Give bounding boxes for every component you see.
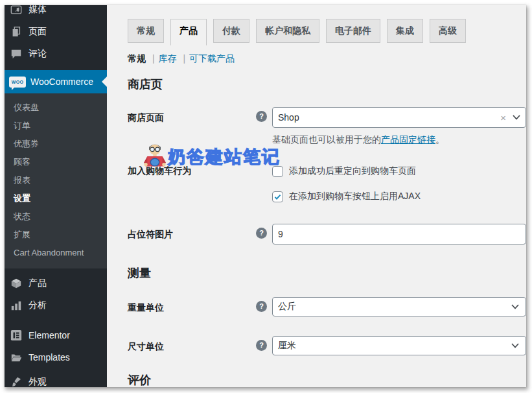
shop-pages-heading: 商店页 [128,77,526,91]
sidebar-item-label: 评论 [29,48,47,60]
submenu-item-reports[interactable]: 报表 [5,171,107,189]
woocommerce-submenu: 仪表盘 订单 优惠券 顾客 报表 设置 状态 扩展 Cart Abandonme… [5,93,107,268]
products-icon [10,277,23,290]
sidebar-item-products[interactable]: 产品 [5,272,107,294]
subnav-inventory-link[interactable]: 库存 [159,53,177,64]
ajax-checkbox[interactable] [272,191,283,202]
submenu-item-cart-abandonment[interactable]: Cart Abandonment [5,244,107,262]
add-to-cart-label: 加入购物车行为 [128,164,256,176]
chevron-down-icon [513,115,520,120]
comments-icon [10,47,23,60]
sidebar-item-pages[interactable]: 页面 [5,21,107,43]
weight-unit-label: 重量单位 [128,297,256,313]
help-icon[interactable]: ? [256,111,267,122]
weight-unit-value: 公斤 [278,301,511,313]
products-subnav: 常规 |库存 |可下载产品 [128,53,526,65]
tab-payments[interactable]: 付款 [213,19,249,43]
redirect-checkbox-label: 添加成功后重定向到购物车页面 [289,165,416,177]
sidebar-item-elementor[interactable]: Elementor [5,324,107,346]
shop-page-description: 基础页面也可以被用于您的产品固定链接。 [272,134,526,146]
tab-advanced[interactable]: 高级 [430,19,466,43]
ajax-checkbox-row: 在添加到购物车按钮上启用AJAX [272,191,526,202]
settings-content: 奶爸建站笔记 常规 产品 付款 帐户和隐私 电子邮件 集成 高级 常规 |库存 … [107,5,526,387]
submenu-item-extensions[interactable]: 扩展 [5,226,107,244]
sidebar-item-label: 媒体 [29,5,47,16]
help-icon[interactable]: ? [256,228,267,239]
ajax-checkbox-label: 在添加到购物车按钮上启用AJAX [289,191,421,202]
chevron-down-icon [511,304,519,309]
woocommerce-icon: WOO [9,77,26,88]
shop-page-select[interactable]: Shop × [272,107,526,128]
product-permalink-link[interactable]: 产品固定链接 [381,134,435,145]
sidebar-item-comments[interactable]: 评论 [5,43,107,65]
weight-unit-select[interactable]: 公斤 [272,297,526,316]
sidebar-item-label: 分析 [29,300,47,311]
placeholder-image-input[interactable] [272,224,526,244]
redirect-checkbox-row: 添加成功后重定向到购物车页面 [272,165,526,177]
add-to-cart-row: 加入购物车行为 添加成功后重定向到购物车页面 在添加到购物车按钮上启用AJAX [128,164,526,202]
analytics-icon [10,299,23,312]
description-text: 。 [435,134,445,145]
reviews-heading: 评价 [128,373,526,387]
tab-accounts-privacy[interactable]: 帐户和隐私 [256,19,319,43]
subnav-separator: | [152,53,155,64]
placeholder-image-label: 占位符图片 [128,224,256,240]
sidebar-item-woocommerce[interactable]: WOO WooCommerce [5,70,107,93]
submenu-item-dashboard[interactable]: 仪表盘 [5,99,107,117]
sidebar-item-label: Templates [29,352,70,363]
shop-page-label: 商店页面 [128,107,256,123]
weight-unit-row: 重量单位 ? 公斤 [128,297,526,316]
measurements-heading: 测量 [128,266,526,280]
subnav-separator: | [183,53,185,64]
help-icon[interactable]: ? [256,340,267,351]
check-icon [273,193,282,201]
admin-window: 媒体 页面 评论 WOO WooCommerce 仪表盘 订单 优惠券 顾客 报… [5,5,526,387]
tab-products[interactable]: 产品 [170,19,207,45]
chevron-down-icon [511,343,519,348]
pages-icon [10,25,23,38]
admin-sidebar: 媒体 页面 评论 WOO WooCommerce 仪表盘 订单 优惠券 顾客 报… [5,5,107,387]
sidebar-item-appearance[interactable]: 外观 [5,371,107,387]
dimension-unit-select[interactable]: 厘米 [272,336,526,355]
tab-integration[interactable]: 集成 [387,19,423,43]
dimension-unit-value: 厘米 [278,340,511,351]
shop-page-row: 商店页面 ? Shop × 基础页面也可以被用于您的产品固定链接。 [128,107,526,146]
shop-page-select-value: Shop [278,112,500,123]
placeholder-image-row: 占位符图片 ? [128,224,526,244]
sidebar-item-analytics[interactable]: 分析 [5,294,107,316]
sidebar-item-label: 页面 [29,26,47,38]
elementor-icon [10,329,23,342]
sidebar-item-label: Elementor [29,330,70,340]
subnav-general: 常规 [128,53,146,64]
templates-icon [10,351,23,364]
sidebar-item-templates[interactable]: Templates [5,346,107,368]
dimension-unit-row: 尺寸单位 ? 厘米 [128,336,526,355]
clear-selection-icon[interactable]: × [500,112,506,123]
submenu-item-settings[interactable]: 设置 [5,189,107,208]
sidebar-item-label: 外观 [29,376,47,387]
submenu-item-customers[interactable]: 顾客 [5,153,107,171]
help-icon[interactable]: ? [256,301,267,312]
sidebar-item-label: 产品 [29,278,47,289]
description-text: 基础页面也可以被用于您的 [272,134,381,145]
media-icon [10,5,23,16]
appearance-icon [10,375,23,387]
tab-emails[interactable]: 电子邮件 [326,19,380,43]
sidebar-item-label: WooCommerce [30,77,93,87]
subnav-downloadable-link[interactable]: 可下载产品 [189,53,235,64]
submenu-item-status[interactable]: 状态 [5,208,107,226]
settings-tabs: 常规 产品 付款 帐户和隐私 电子邮件 集成 高级 [128,19,526,45]
submenu-item-orders[interactable]: 订单 [5,117,107,135]
dimension-unit-label: 尺寸单位 [128,336,256,352]
submenu-item-coupons[interactable]: 优惠券 [5,135,107,153]
sidebar-item-media[interactable]: 媒体 [5,5,107,21]
redirect-checkbox[interactable] [272,166,283,177]
tab-general[interactable]: 常规 [128,19,164,43]
